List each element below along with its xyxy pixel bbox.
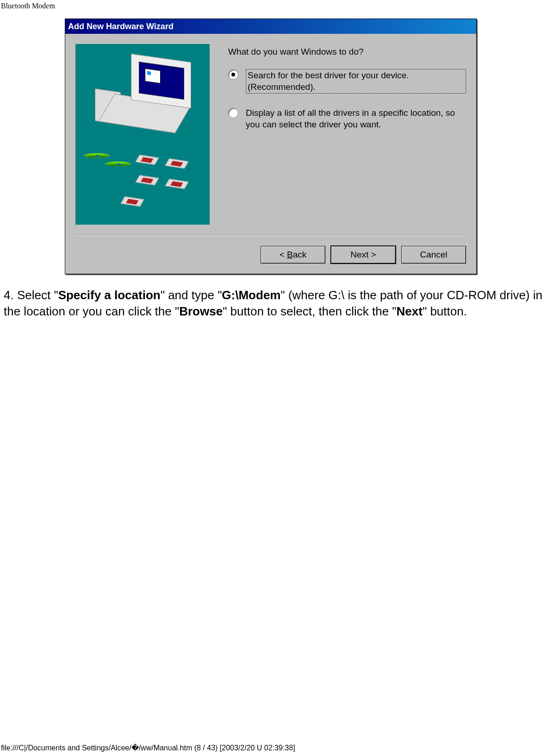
wizard-right-pane: What do you want Windows to do? Search f… bbox=[228, 44, 466, 225]
titlebar: Add New Hardware Wizard bbox=[65, 19, 476, 34]
bold-browse: Browse bbox=[179, 304, 223, 318]
add-hardware-wizard-dialog: Add New Hardware Wizard What do you want… bbox=[65, 19, 477, 274]
back-prefix: < bbox=[280, 250, 287, 259]
focused-option-text: Search for the best driver for your devi… bbox=[246, 69, 466, 94]
back-button[interactable]: < Back bbox=[261, 246, 325, 264]
dialog-container: Add New Hardware Wizard What do you want… bbox=[0, 10, 560, 274]
bold-path: G:\Modem bbox=[222, 288, 280, 302]
text: " button to select, then click the " bbox=[223, 304, 396, 318]
radio-label-search: Search for the best driver for your devi… bbox=[246, 69, 466, 94]
cancel-button[interactable]: Cancel bbox=[401, 246, 466, 264]
wizard-illustration bbox=[75, 44, 210, 225]
radio-option-display-list[interactable]: Display a list of all the drivers in a s… bbox=[228, 107, 466, 130]
wizard-question: What do you want Windows to do? bbox=[228, 47, 466, 57]
radio-label-display: Display a list of all the drivers in a s… bbox=[246, 107, 466, 130]
text: 4. Select " bbox=[4, 288, 58, 302]
titlebar-text: Add New Hardware Wizard bbox=[68, 22, 174, 31]
page-header: Bluetooth Modem bbox=[0, 0, 560, 10]
separator bbox=[75, 235, 466, 236]
text: " and type " bbox=[161, 288, 222, 302]
radio-option-search[interactable]: Search for the best driver for your devi… bbox=[228, 69, 466, 94]
radio-icon bbox=[228, 108, 238, 118]
back-suffix: ack bbox=[293, 250, 307, 259]
bold-next: Next bbox=[397, 304, 423, 318]
text: " button. bbox=[423, 304, 467, 318]
button-row: < Back Next > Cancel bbox=[65, 246, 476, 274]
back-accel: B bbox=[287, 250, 293, 259]
instruction-step-4: 4. Select "Specify a location" and type … bbox=[0, 274, 555, 320]
bold-specify: Specify a location bbox=[58, 288, 161, 302]
radio-icon bbox=[228, 69, 238, 80]
dialog-body: What do you want Windows to do? Search f… bbox=[65, 34, 476, 225]
next-button[interactable]: Next > bbox=[331, 246, 396, 264]
